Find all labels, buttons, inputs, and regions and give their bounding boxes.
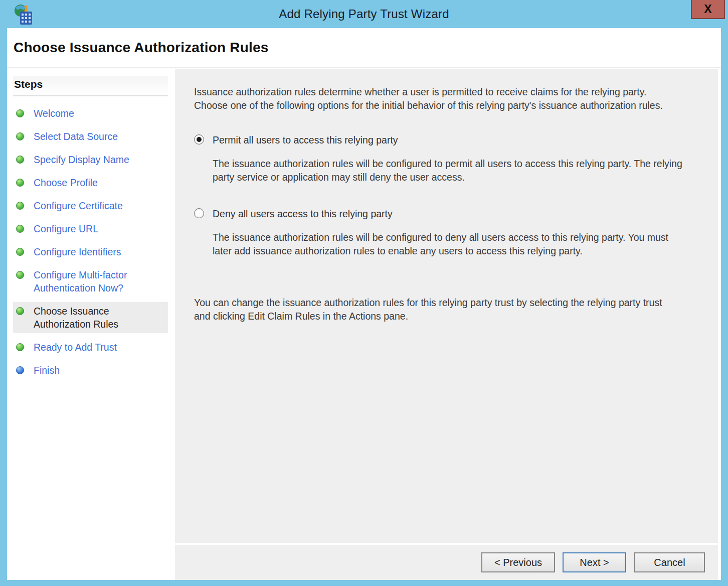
option-deny-all-users: Deny all users access to this relying pa… [194, 207, 700, 258]
intro-text: Issuance authorization rules determine w… [194, 85, 700, 112]
deny-all-users-radio[interactable] [194, 208, 204, 218]
step-label: Configure Certificate [34, 199, 123, 212]
sidebar-item-configure-mfa[interactable]: Configure Multi-factor Authentication No… [13, 266, 168, 297]
deny-all-users-label: Deny all users access to this relying pa… [213, 207, 393, 220]
step-label: Specify Display Name [34, 153, 129, 166]
step-status-icon [16, 248, 24, 256]
sidebar-item-select-data-source[interactable]: Select Data Source [13, 127, 168, 145]
step-label: Choose Profile [34, 176, 98, 189]
step-label: Choose Issuance Authorization Rules [34, 305, 160, 331]
close-button[interactable]: X [691, 0, 725, 19]
step-label: Select Data Source [34, 130, 118, 143]
steps-heading: Steps [13, 76, 168, 96]
step-status-icon [16, 225, 24, 233]
step-status-icon [16, 271, 24, 279]
option-permit-all-users: Permit all users to access this relying … [194, 133, 700, 184]
sidebar-item-configure-url[interactable]: Configure URL [13, 220, 168, 238]
step-label: Configure URL [34, 222, 98, 235]
page-header: Choose Issuance Authorization Rules [7, 28, 721, 68]
sidebar-item-choose-profile[interactable]: Choose Profile [13, 174, 168, 192]
authorization-options: Permit all users to access this relying … [194, 133, 700, 258]
step-label: Configure Multi-factor Authentication No… [34, 268, 160, 295]
sidebar-item-choose-issuance-authorization-rules[interactable]: Choose Issuance Authorization Rules [13, 302, 168, 333]
main-pane: Issuance authorization rules determine w… [175, 69, 718, 580]
window-title: Add Relying Party Trust Wizard [0, 0, 728, 28]
permit-all-users-description: The issuance authorization rules will be… [213, 157, 700, 184]
previous-button[interactable]: < Previous [481, 552, 555, 572]
page-title: Choose Issuance Authorization Rules [14, 40, 268, 56]
step-label: Ready to Add Trust [34, 341, 117, 354]
next-button[interactable]: Next > [563, 552, 626, 572]
wizard-body: Choose Issuance Authorization Rules Step… [7, 28, 721, 580]
permit-all-users-radio-row[interactable]: Permit all users to access this relying … [194, 133, 700, 146]
sidebar-item-welcome[interactable]: Welcome [13, 104, 168, 122]
edit-claim-rules-note: You can change the issuance authorizatio… [194, 296, 700, 323]
step-status-icon [16, 109, 24, 117]
title-bar: Add Relying Party Trust Wizard X [0, 0, 728, 28]
step-status-icon [16, 307, 24, 315]
sidebar-item-configure-identifiers[interactable]: Configure Identifiers [13, 243, 168, 261]
step-status-icon [16, 366, 24, 374]
permit-all-users-label: Permit all users to access this relying … [213, 133, 398, 146]
step-label: Finish [34, 364, 60, 377]
sidebar-item-ready-to-add-trust[interactable]: Ready to Add Trust [13, 338, 168, 356]
step-status-icon [16, 179, 24, 187]
sidebar-item-finish[interactable]: Finish [13, 361, 168, 379]
cancel-button[interactable]: Cancel [634, 552, 705, 572]
step-status-icon [16, 202, 24, 210]
step-label: Welcome [34, 107, 74, 120]
steps-list: Welcome Select Data Source Specify Displ… [13, 104, 168, 379]
step-label: Configure Identifiers [34, 245, 121, 258]
sidebar-item-specify-display-name[interactable]: Specify Display Name [13, 151, 168, 169]
step-status-icon [16, 343, 24, 351]
wizard-footer: < Previous Next > Cancel [175, 543, 718, 580]
step-status-icon [16, 156, 24, 164]
deny-all-users-radio-row[interactable]: Deny all users access to this relying pa… [194, 207, 700, 220]
permit-all-users-radio[interactable] [194, 134, 204, 144]
sidebar-item-configure-certificate[interactable]: Configure Certificate [13, 197, 168, 215]
steps-sidebar: Steps Welcome Select Data Source Specify… [7, 69, 173, 580]
deny-all-users-description: The issuance authorization rules will be… [213, 231, 700, 258]
step-status-icon [16, 132, 24, 140]
